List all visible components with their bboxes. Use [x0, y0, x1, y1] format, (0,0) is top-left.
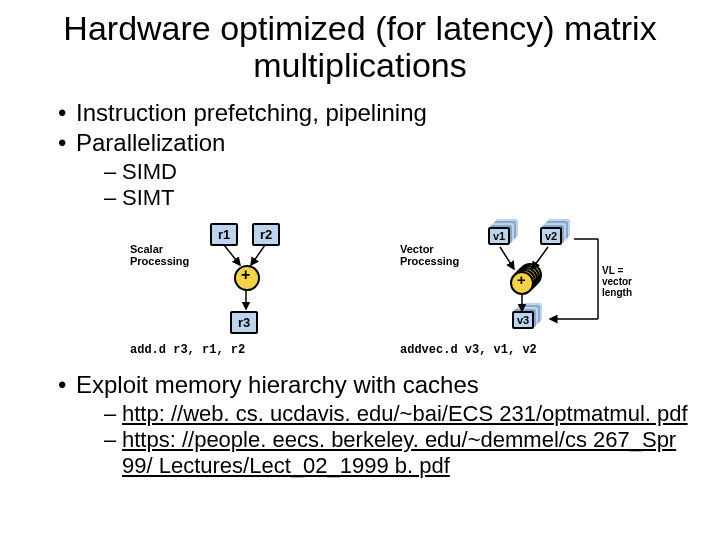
- svg-line-1: [251, 245, 265, 265]
- sub-bullet-links: http: //web. cs. ucdavis. edu/~bai/ECS 2…: [76, 401, 690, 479]
- bullet-text: Exploit memory hierarchy with caches: [76, 371, 479, 398]
- scalar-figure: Scalar Processing r1 r2 r3 add.d r3, r1,…: [130, 219, 350, 359]
- vl-note: VL = vector length: [602, 265, 650, 298]
- sub-bullet-simt: SIMT: [104, 185, 690, 211]
- scalar-label: Scalar Processing: [130, 243, 190, 267]
- sub-bullet-simd: SIMD: [104, 159, 690, 185]
- vector-register-v2: v2: [540, 227, 562, 245]
- slide: Hardware optimized (for latency) matrix …: [0, 0, 720, 540]
- bullet-text: Parallelization: [76, 129, 225, 156]
- register-r1: r1: [210, 223, 238, 246]
- bullet-list-2: Exploit memory hierarchy with caches htt…: [30, 371, 690, 479]
- figure-row: Scalar Processing r1 r2 r3 add.d r3, r1,…: [130, 219, 690, 359]
- bullet-memory-hierarchy: Exploit memory hierarchy with caches htt…: [58, 371, 690, 479]
- vector-register-v1: v1: [488, 227, 510, 245]
- plus-stack-icon: [510, 263, 544, 293]
- vector-label: Vector Processing: [400, 243, 460, 267]
- sub-bullet-text: SIMT: [122, 185, 175, 210]
- sub-bullet-text: SIMD: [122, 159, 177, 184]
- plus-icon: [234, 265, 260, 291]
- svg-line-0: [224, 245, 240, 265]
- bullet-text: Instruction prefetching, pipelining: [76, 99, 427, 126]
- bullet-list: Instruction prefetching, pipelining Para…: [30, 99, 690, 211]
- register-r2: r2: [252, 223, 280, 246]
- sub-bullet-list: SIMD SIMT: [76, 159, 690, 211]
- register-r3: r3: [230, 311, 258, 334]
- link-text[interactable]: http: //web. cs. ucdavis. edu/~bai/ECS 2…: [122, 401, 688, 426]
- bullet-prefetching: Instruction prefetching, pipelining: [58, 99, 690, 127]
- vector-register-v3: v3: [512, 311, 534, 329]
- vector-instruction: addvec.d v3, v1, v2: [400, 343, 537, 357]
- vector-figure: Vector Processing v1 v2 v3 VL = vector l…: [400, 219, 680, 359]
- sub-bullet-link-berkeley: https: //people. eecs. berkeley. edu/~de…: [104, 427, 690, 479]
- link-text[interactable]: https: //people. eecs. berkeley. edu/~de…: [122, 427, 676, 478]
- bullet-parallelization: Parallelization SIMD SIMT: [58, 129, 690, 211]
- sub-bullet-link-ucdavis: http: //web. cs. ucdavis. edu/~bai/ECS 2…: [104, 401, 690, 427]
- slide-title: Hardware optimized (for latency) matrix …: [30, 10, 690, 85]
- scalar-instruction: add.d r3, r1, r2: [130, 343, 245, 357]
